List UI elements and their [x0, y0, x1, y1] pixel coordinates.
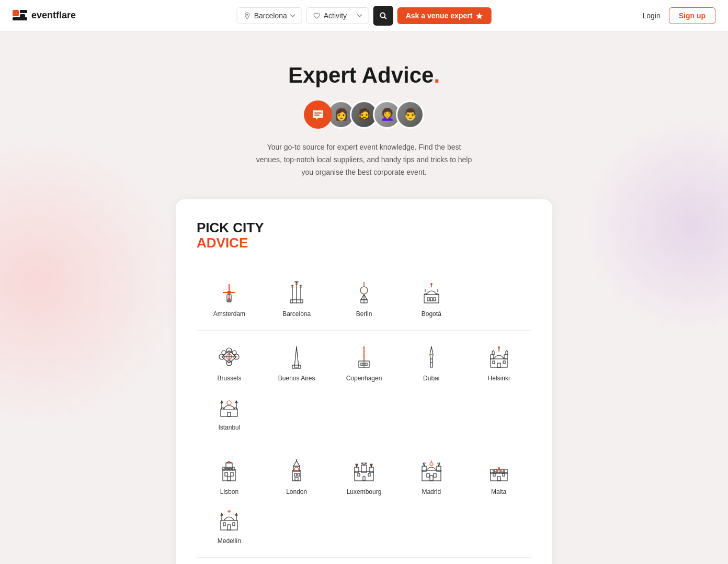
- hero-title: Expert Advice.: [10, 63, 718, 88]
- svg-rect-137: [228, 525, 231, 530]
- city-madrid[interactable]: Madrid: [399, 453, 464, 500]
- svg-rect-81: [228, 412, 231, 416]
- helsinki-icon: [485, 343, 513, 370]
- malta-label: Malta: [491, 488, 506, 495]
- luxembourg-label: Luxembourg: [347, 488, 382, 495]
- svg-rect-138: [223, 523, 225, 526]
- city-medellin[interactable]: Medellín: [197, 502, 262, 549]
- svg-marker-103: [356, 464, 358, 467]
- svg-point-27: [300, 286, 302, 288]
- city-buenos-aires[interactable]: Buenos Aires: [264, 339, 329, 386]
- city-berlin[interactable]: Berlin: [332, 275, 397, 322]
- activity-dropdown[interactable]: Activity: [306, 7, 369, 24]
- login-button[interactable]: Login: [642, 12, 660, 20]
- expert-avatars: 👩 🧔 👩‍🦱 👨: [10, 100, 718, 129]
- svg-rect-41: [434, 298, 436, 301]
- barcelona-label: Barcelona: [282, 310, 311, 318]
- city-row-2: Brussels Buenos Aires: [197, 331, 531, 444]
- svg-rect-67: [504, 355, 507, 359]
- brussels-icon: [215, 343, 243, 370]
- header-auth-area: Login Sign up: [642, 7, 715, 24]
- svg-marker-6: [476, 13, 483, 19]
- hero-section: Expert Advice. 👩 🧔 👩‍🦱 👨 Your go-: [0, 31, 728, 199]
- city-lisbon[interactable]: Lisbon: [197, 453, 262, 500]
- svg-rect-1: [20, 10, 27, 13]
- svg-rect-74: [503, 361, 505, 364]
- hero-description: Your go-to source for expert event knowl…: [254, 141, 474, 178]
- logo-text: eventflare: [31, 10, 76, 21]
- star-icon: [475, 12, 483, 19]
- svg-rect-90: [231, 472, 233, 476]
- berlin-icon: [350, 279, 378, 306]
- location-dropdown[interactable]: Barcelona: [237, 7, 302, 24]
- pick-city-card: PICK CITY ADVICE: [176, 199, 552, 564]
- city-dubai[interactable]: Dubai: [399, 339, 464, 386]
- svg-rect-60: [365, 363, 367, 366]
- svg-marker-79: [235, 401, 237, 403]
- city-copenhagen[interactable]: Copenhagen: [332, 339, 397, 386]
- search-icon: [379, 12, 388, 20]
- buenos-aires-label: Buenos Aires: [278, 375, 315, 382]
- city-malta[interactable]: Malta: [466, 453, 531, 500]
- svg-point-4: [246, 14, 247, 15]
- madrid-icon: [418, 457, 445, 484]
- search-button[interactable]: [373, 6, 393, 26]
- svg-rect-125: [505, 469, 507, 473]
- svg-rect-72: [497, 363, 500, 367]
- svg-rect-0: [13, 10, 19, 16]
- avatar-4: 👨: [396, 100, 424, 129]
- svg-marker-134: [235, 513, 237, 515]
- svg-point-96: [294, 467, 299, 471]
- madrid-label: Madrid: [422, 488, 441, 495]
- svg-rect-139: [233, 523, 235, 526]
- svg-marker-78: [221, 401, 223, 403]
- main-content: PICK CITY ADVICE: [0, 199, 728, 564]
- city-amsterdam[interactable]: Amsterdam: [197, 275, 262, 322]
- svg-rect-117: [427, 473, 429, 477]
- svg-rect-109: [368, 473, 370, 476]
- dubai-icon: [418, 343, 445, 370]
- svg-marker-114: [438, 463, 440, 466]
- hero-dot: .: [434, 63, 440, 87]
- city-brussels[interactable]: Brussels: [197, 339, 262, 386]
- signup-button[interactable]: Sign up: [669, 7, 715, 24]
- svg-rect-39: [427, 298, 429, 301]
- city-london[interactable]: London: [264, 453, 329, 500]
- svg-point-26: [292, 286, 293, 288]
- svg-rect-2: [20, 14, 25, 17]
- svg-rect-127: [497, 477, 500, 481]
- bogota-label: Bogotá: [422, 310, 441, 318]
- lisbon-label: Lisbon: [220, 488, 238, 495]
- dubai-label: Dubai: [423, 375, 439, 382]
- copenhagen-icon: [350, 343, 378, 370]
- medellin-icon: [215, 506, 243, 533]
- svg-marker-61: [430, 346, 433, 367]
- city-bogota[interactable]: Bogotá: [399, 275, 464, 322]
- svg-rect-89: [225, 472, 228, 476]
- svg-rect-40: [430, 298, 433, 301]
- ask-venue-button[interactable]: Ask a venue expert: [397, 7, 492, 24]
- svg-rect-83: [223, 467, 225, 470]
- chat-bubble-icon: [304, 100, 332, 129]
- city-luxembourg[interactable]: Luxembourg: [332, 453, 397, 500]
- svg-marker-133: [221, 513, 223, 515]
- location-icon: [244, 12, 251, 19]
- svg-rect-84: [226, 467, 228, 470]
- heart-icon: [313, 12, 321, 19]
- activity-value: Activity: [324, 12, 347, 20]
- svg-line-51: [222, 357, 229, 363]
- svg-point-88: [228, 461, 230, 463]
- svg-rect-34: [424, 295, 439, 303]
- london-icon: [283, 457, 310, 484]
- pick-city-header: PICK CITY ADVICE: [197, 220, 531, 250]
- medellin-label: Medellín: [218, 537, 241, 545]
- svg-rect-75: [221, 409, 237, 416]
- svg-rect-73: [493, 361, 495, 364]
- city-helsinki[interactable]: Helsinki: [466, 339, 531, 386]
- berlin-label: Berlin: [356, 310, 372, 318]
- svg-rect-86: [232, 467, 234, 470]
- city-barcelona[interactable]: Barcelona: [264, 275, 329, 322]
- logo[interactable]: eventflare: [13, 10, 76, 21]
- city-istanbul[interactable]: Istanbul: [197, 388, 262, 435]
- svg-rect-91: [228, 477, 231, 481]
